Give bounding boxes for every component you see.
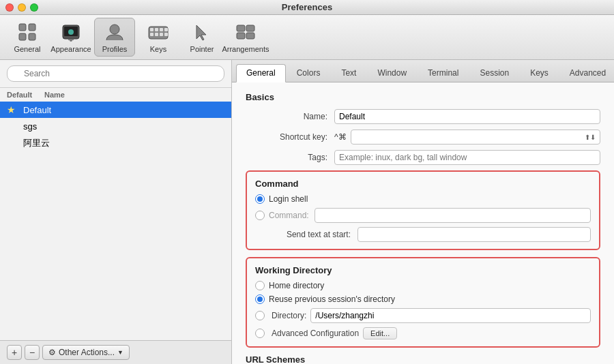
sidebar-name-col: Name (44, 91, 224, 99)
directory-radio[interactable] (255, 311, 265, 320)
svg-rect-20 (246, 25, 254, 31)
sidebar-list: ★ Default ★ sgs ★ 阿里云 (0, 102, 231, 340)
title-bar: Preferences (0, 0, 614, 15)
toolbar-keys-label: Keys (150, 45, 166, 53)
name-label: Name: (246, 112, 334, 121)
command-radio[interactable] (255, 211, 265, 220)
sidebar-item-default[interactable]: ★ Default (0, 102, 231, 118)
window-title: Preferences (282, 2, 332, 12)
tab-colors[interactable]: Colors (287, 64, 331, 82)
svg-rect-15 (150, 33, 154, 36)
tab-session[interactable]: Session (469, 64, 519, 82)
toolbar-item-pointer[interactable]: Pointer (181, 18, 222, 56)
gear-icon: ⚙ (48, 348, 56, 357)
sidebar-default-col: Default (7, 91, 44, 99)
sidebar-item-sgs[interactable]: ★ sgs (0, 118, 231, 134)
remove-profile-button[interactable]: − (25, 345, 40, 360)
search-input[interactable] (7, 65, 224, 82)
arrangements-icon (235, 21, 257, 43)
tab-keys[interactable]: Keys (520, 64, 559, 82)
tags-label: Tags: (246, 153, 334, 162)
svg-rect-17 (160, 33, 163, 36)
reuse-session-row: Reuse previous session's directory (255, 294, 591, 304)
tab-general[interactable]: General (236, 64, 286, 82)
toolbar-appearance-label: Appearance (50, 45, 91, 53)
svg-point-9 (110, 25, 119, 34)
command-radio-row: Command: (255, 208, 591, 223)
home-dir-radio[interactable] (255, 281, 265, 290)
svg-point-8 (68, 29, 74, 35)
name-control (334, 109, 600, 124)
pointer-icon (191, 21, 213, 43)
reuse-session-radio[interactable] (255, 294, 265, 304)
toolbar-item-appearance[interactable]: Appearance (50, 18, 91, 56)
sidebar-item-name-aliyun: 阿里云 (23, 137, 50, 149)
shortcut-control: ^⌘ ⬆⬇ (334, 130, 600, 145)
toolbar-item-keys[interactable]: Keys (138, 18, 179, 56)
tags-row: Tags: (246, 150, 600, 165)
svg-rect-11 (150, 28, 154, 31)
traffic-lights (5, 3, 38, 12)
svg-rect-7 (68, 39, 74, 40)
close-button[interactable] (5, 3, 14, 12)
maximize-button[interactable] (30, 3, 38, 12)
sidebar: 🔍 Default Name ★ Default ★ sgs ★ 阿里云 (0, 60, 232, 364)
other-actions-label: Other Actions... (59, 348, 115, 357)
command-input[interactable] (315, 208, 591, 223)
svg-rect-18 (164, 33, 168, 36)
login-shell-label: Login shell (269, 194, 308, 204)
advanced-config-row: Advanced Configuration Edit... (255, 327, 591, 339)
directory-input[interactable] (310, 308, 591, 323)
name-row: Name: (246, 109, 600, 124)
search-bar: 🔍 (0, 60, 231, 88)
command-label: Command: (269, 211, 309, 220)
send-text-label: Send text at start: (255, 230, 357, 239)
add-profile-button[interactable]: + (7, 345, 22, 360)
advanced-config-label: Advanced Configuration (272, 329, 359, 338)
star-icon-default: ★ (7, 104, 19, 115)
sidebar-item-aliyun[interactable]: ★ 阿里云 (0, 134, 231, 152)
tab-advanced[interactable]: Advanced (559, 64, 614, 82)
tab-window[interactable]: Window (367, 64, 417, 82)
svg-rect-13 (160, 28, 163, 31)
toolbar-item-general[interactable]: General (7, 18, 48, 56)
directory-label: Directory: (272, 311, 306, 320)
edit-button[interactable]: Edit... (363, 327, 397, 339)
command-box: Command Login shell Command: Send text a… (246, 170, 600, 250)
home-dir-label: Home directory (269, 281, 324, 290)
tab-terminal[interactable]: Terminal (418, 64, 469, 82)
tags-control (334, 150, 600, 165)
search-wrapper: 🔍 (7, 65, 224, 82)
login-shell-row: Login shell (255, 194, 591, 204)
toolbar-pointer-label: Pointer (190, 45, 214, 53)
shortcut-label: Shortcut key: (246, 132, 334, 142)
svg-rect-14 (164, 28, 168, 31)
svg-rect-21 (237, 33, 245, 39)
sidebar-header: Default Name (0, 88, 231, 102)
svg-rect-3 (29, 33, 35, 40)
svg-rect-16 (155, 33, 158, 36)
main-content: 🔍 Default Name ★ Default ★ sgs ★ 阿里云 (0, 60, 614, 364)
url-schemes-title: URL Schemes (246, 354, 600, 364)
svg-rect-19 (237, 25, 245, 31)
panel-content: Basics Name: Shortcut key: ^⌘ ⬆⬇ (232, 82, 614, 364)
send-text-control (357, 227, 591, 242)
send-text-input[interactable] (357, 227, 591, 242)
tags-input[interactable] (334, 150, 600, 165)
tab-text[interactable]: Text (331, 64, 366, 82)
svg-rect-1 (29, 24, 35, 31)
svg-rect-0 (19, 24, 26, 31)
tabs: General Colors Text Window Terminal Sess… (232, 60, 614, 82)
toolbar-item-arrangements[interactable]: Arrangements (225, 18, 266, 56)
login-shell-radio[interactable] (255, 194, 265, 204)
minimize-button[interactable] (18, 3, 26, 12)
advanced-config-radio[interactable] (255, 329, 265, 338)
select-arrow-icon: ⬆⬇ (585, 134, 596, 141)
shortcut-select[interactable]: ⬆⬇ (351, 130, 600, 145)
basics-title: Basics (246, 92, 600, 102)
name-input[interactable] (334, 109, 600, 124)
svg-rect-12 (155, 28, 158, 31)
toolbar-item-profiles[interactable]: Profiles (94, 18, 135, 57)
other-actions-button[interactable]: ⚙ Other Actions... ▼ (42, 345, 130, 360)
reuse-session-label: Reuse previous session's directory (269, 294, 395, 304)
